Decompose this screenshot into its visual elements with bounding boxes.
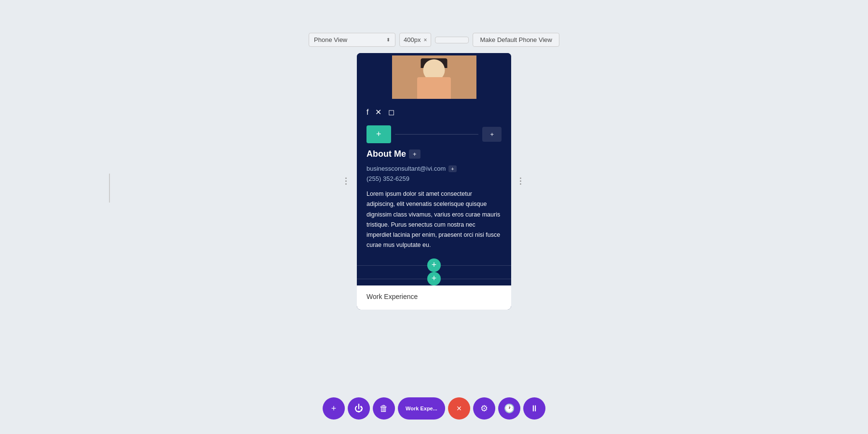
section-label-button[interactable]: Work Expe... <box>398 397 445 420</box>
email-text: businessconsultant@ivi.com <box>366 165 446 172</box>
gear-button[interactable]: ⚙ <box>473 397 495 420</box>
phone-preview-area: f ✕ ◻ + + About Me + businessconsultant@… <box>357 53 511 310</box>
add-dark-button[interactable]: + <box>482 127 502 142</box>
social-icons-row: f ✕ ◻ <box>357 99 511 122</box>
resize-handle-right[interactable] <box>520 172 523 191</box>
mid-add-button[interactable]: + <box>427 258 441 272</box>
px-input-box[interactable]: 400px × <box>399 33 431 47</box>
resize-handle-left[interactable] <box>345 172 348 191</box>
email-line: businessconsultant@ivi.com + <box>366 165 502 172</box>
left-resize-bar <box>109 174 110 203</box>
handle-dot <box>520 183 521 185</box>
divider <box>395 134 479 135</box>
clock-button[interactable]: 🕐 <box>498 397 520 420</box>
phone-frame: f ✕ ◻ + + About Me + businessconsultant@… <box>357 53 511 310</box>
profile-image <box>392 55 476 99</box>
pause-button[interactable]: ⏸ <box>523 397 545 420</box>
bottom-section: Work Experience <box>357 285 511 310</box>
work-experience-label: Work Experience <box>366 293 418 300</box>
handle-dot <box>520 180 521 182</box>
handle-dot <box>520 177 521 179</box>
handle-dot <box>345 180 347 182</box>
about-header-row: About Me + <box>366 149 502 159</box>
view-select[interactable]: Phone View ⬍ <box>309 33 395 47</box>
about-title: About Me <box>366 149 406 159</box>
add-section-button[interactable]: + <box>366 125 391 143</box>
email-add-button[interactable]: + <box>448 165 456 172</box>
chevron-down-icon: ⬍ <box>386 37 390 42</box>
about-section: About Me + businessconsultant@ivi.com + … <box>357 147 511 258</box>
mid-divider: + <box>357 258 511 272</box>
handle-dot <box>345 177 347 179</box>
power-button[interactable]: ⏻ <box>348 397 370 420</box>
add-floating-button[interactable]: + <box>323 397 345 420</box>
top-toolbar: Phone View ⬍ 400px × Make Default Phone … <box>309 33 559 47</box>
trash-button[interactable]: 🗑 <box>373 397 395 420</box>
phone-line: (255) 352-6259 <box>366 175 502 182</box>
section-divider-add: + <box>357 272 511 285</box>
phone-text: (255) 352-6259 <box>366 175 409 182</box>
instagram-icon[interactable]: ◻ <box>388 108 394 117</box>
view-select-label: Phone View <box>314 36 347 43</box>
bio-text: Lorem ipsum dolor sit amet consectetur a… <box>366 189 502 251</box>
make-default-button[interactable]: Make Default Phone View <box>473 33 559 47</box>
person-body <box>417 77 451 99</box>
close-floating-button[interactable]: × <box>448 397 470 420</box>
extra-input[interactable] <box>435 37 469 43</box>
close-icon[interactable]: × <box>424 37 427 43</box>
add-btn-row: + + <box>357 122 511 147</box>
bottom-floating-toolbar: + ⏻ 🗑 Work Expe... × ⚙ 🕐 ⏸ <box>323 397 545 420</box>
px-value: 400px <box>404 36 420 43</box>
profile-image-area <box>357 53 511 99</box>
section-add-button[interactable]: + <box>427 272 441 285</box>
facebook-icon[interactable]: f <box>366 108 368 117</box>
about-plus-button[interactable]: + <box>409 149 420 159</box>
handle-dot <box>345 183 347 185</box>
twitter-x-icon[interactable]: ✕ <box>375 108 381 117</box>
